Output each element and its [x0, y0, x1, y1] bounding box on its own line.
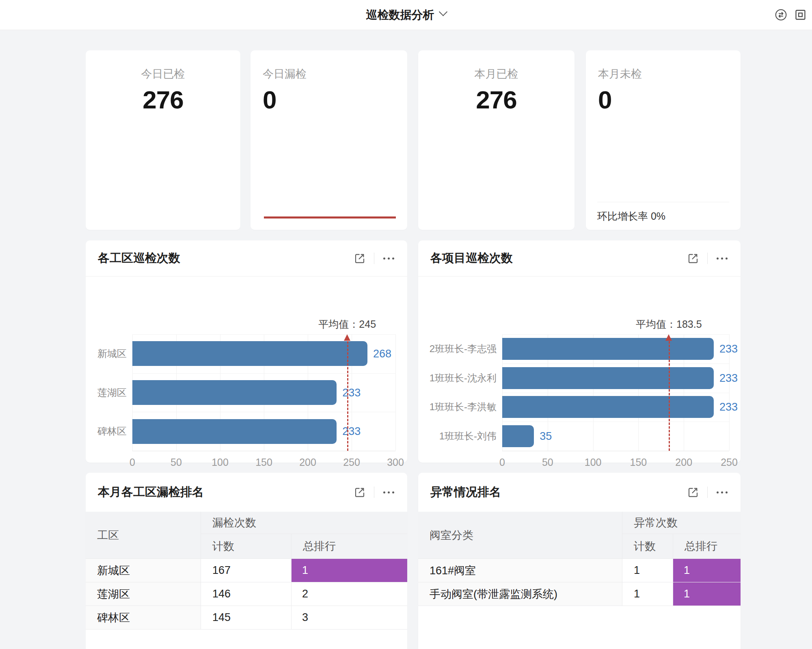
row-name-cell: 莲湖区	[86, 582, 201, 606]
column-header: 工区	[86, 512, 201, 559]
stat-label: 今日已检	[86, 67, 240, 81]
stat-card-today-missed: 今日漏检 0	[251, 50, 407, 230]
divider	[707, 253, 708, 264]
group-header: 异常次数	[622, 512, 741, 534]
row-rank-cell-highlighted: 1	[673, 559, 741, 582]
gridline-horizontal	[502, 334, 729, 335]
more-options-icon[interactable]	[716, 489, 728, 496]
growth-rate-text: 环比增长率 0%	[597, 202, 729, 230]
column-header: 阀室分类	[418, 512, 622, 559]
x-axis-tick: 50	[531, 456, 564, 468]
open-in-new-icon[interactable]	[687, 486, 699, 498]
x-axis-tick: 100	[577, 456, 609, 468]
bar	[502, 396, 714, 418]
flat-trend-line	[264, 216, 396, 218]
panel-actions	[354, 252, 395, 264]
bar	[502, 338, 714, 360]
bar	[502, 425, 534, 447]
divider	[374, 487, 374, 498]
gridline-horizontal	[132, 373, 395, 374]
gridline-horizontal	[132, 334, 395, 335]
divider	[374, 253, 374, 264]
x-axis-tick: 200	[292, 456, 324, 468]
sub-header-rank: 总排行	[673, 534, 741, 559]
row-rank-cell: 3	[292, 606, 407, 630]
panel-header: 异常情况排名	[418, 473, 741, 512]
bar-value-label: 35	[540, 429, 552, 443]
x-axis-tick: 250	[713, 456, 745, 468]
gridline-horizontal	[502, 422, 729, 422]
row-count-cell: 146	[201, 582, 292, 606]
chart-title: 各项目巡检次数	[430, 250, 687, 266]
ranking-table: 工区漏检次数计数总排行新城区1671莲湖区1462碑林区1453	[86, 512, 407, 649]
stat-card-today-inspected: 今日已检 276	[86, 50, 240, 230]
average-markline	[347, 341, 348, 451]
bar	[132, 341, 367, 366]
stat-label: 本月未检	[586, 67, 741, 81]
panel-actions	[687, 486, 728, 498]
chevron-down-icon	[438, 8, 447, 16]
table-panel-abnormal-ranking: 异常情况排名 阀室分类异常次数计数总排行161#阀室11手动阀室(带泄露监测系统…	[418, 473, 741, 649]
x-axis-tick: 0	[486, 456, 518, 468]
chart-panel-workzone: 各工区巡检次数 050100150200250300新城区268莲湖区233碑林…	[86, 240, 407, 463]
divider	[707, 487, 708, 498]
chart-title: 各工区巡检次数	[98, 250, 354, 266]
table-panel-missed-ranking: 本月各工区漏检排名 工区漏检次数计数总排行新城区1671莲湖区1462碑林区14…	[86, 473, 407, 649]
more-options-icon[interactable]	[716, 255, 728, 262]
gridline-horizontal	[132, 412, 395, 412]
topbar: 巡检数据分析	[0, 0, 812, 30]
fullscreen-icon[interactable]	[793, 8, 807, 22]
group-header: 漏检次数	[201, 512, 407, 534]
x-axis-tick: 100	[204, 456, 236, 468]
open-in-new-icon[interactable]	[354, 252, 366, 264]
bar	[132, 419, 337, 444]
row-name-cell: 手动阀室(带泄露监测系统)	[418, 582, 622, 606]
topbar-actions	[774, 0, 807, 30]
row-count-cell: 1	[622, 582, 673, 606]
ranking-table: 阀室分类异常次数计数总排行161#阀室11手动阀室(带泄露监测系统)11	[418, 512, 741, 649]
stat-value: 0	[586, 85, 741, 114]
category-label: 莲湖区	[86, 385, 127, 400]
more-options-icon[interactable]	[382, 255, 395, 262]
category-label: 2班班长-李志强	[418, 342, 497, 356]
gridline-horizontal	[502, 393, 729, 393]
category-label: 碑林区	[86, 424, 127, 439]
stat-value: 276	[418, 85, 574, 114]
open-in-new-icon[interactable]	[354, 486, 366, 498]
stat-card-month-unchecked: 本月未检 0 环比增长率 0%	[586, 50, 741, 230]
x-axis-tick: 300	[379, 456, 412, 468]
x-axis-tick: 200	[667, 456, 700, 468]
open-in-new-icon[interactable]	[687, 252, 699, 264]
x-axis-tick: 150	[622, 456, 654, 468]
sync-icon[interactable]	[774, 8, 788, 22]
panel-actions	[687, 252, 728, 264]
row-rank-cell-highlighted: 1	[673, 582, 741, 606]
category-label: 1班班长-李洪敏	[418, 400, 497, 414]
x-axis-tick: 250	[335, 456, 368, 468]
category-label: 1班班长-刘伟	[418, 429, 497, 443]
bar-chart-workzone: 050100150200250300新城区268莲湖区233碑林区233平均值：…	[86, 276, 407, 463]
panel-header: 各项目巡检次数	[418, 240, 741, 277]
average-arrow-icon	[344, 334, 350, 341]
average-label: 平均值：245	[318, 318, 376, 331]
stat-card-month-inspected: 本月已检 276	[418, 50, 574, 230]
gridline-vertical	[395, 334, 396, 451]
row-count-cell: 167	[201, 559, 292, 582]
bar-value-label: 233	[719, 342, 738, 356]
x-axis-tick: 50	[160, 456, 192, 468]
gridline-horizontal	[502, 363, 729, 364]
panel-header: 各工区巡检次数	[86, 240, 407, 277]
category-label: 新城区	[86, 346, 127, 361]
average-arrow-icon	[665, 334, 672, 341]
more-options-icon[interactable]	[382, 489, 395, 496]
sub-header-count: 计数	[622, 534, 673, 559]
dashboard-title-dropdown[interactable]: 巡检数据分析	[366, 7, 446, 23]
bar-value-label: 233	[342, 424, 361, 438]
stat-label: 今日漏检	[251, 67, 407, 81]
sub-header-rank: 总排行	[292, 534, 407, 559]
bar-chart-project: 0501001502002502班班长-李志强2331班班长-沈永利2331班班…	[418, 276, 741, 463]
x-axis-line	[502, 451, 729, 451]
bar	[132, 380, 337, 405]
row-rank-cell-highlighted: 1	[292, 559, 407, 582]
row-count-cell: 1	[622, 559, 673, 582]
